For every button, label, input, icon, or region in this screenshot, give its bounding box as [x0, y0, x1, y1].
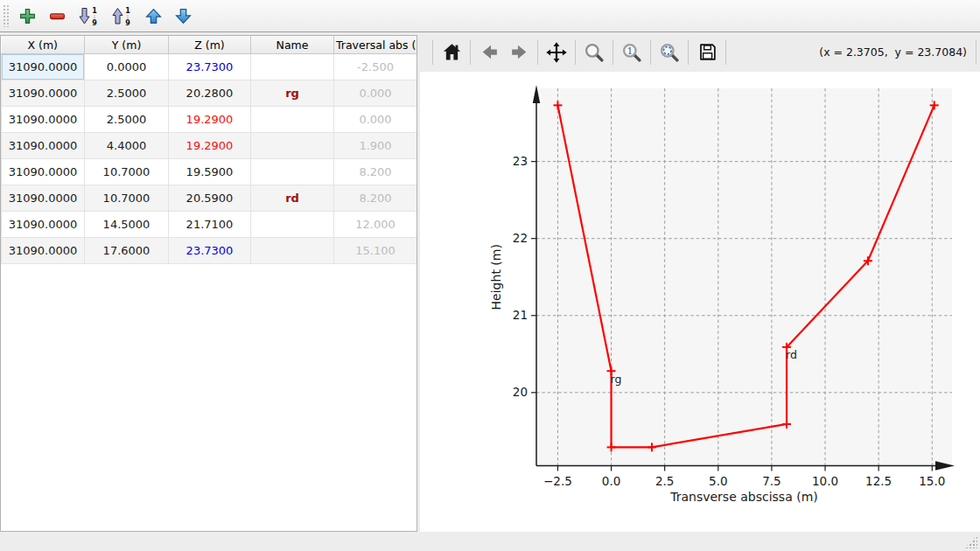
home-icon [441, 41, 463, 63]
table-row: 31090.000014.500021.710012.000 [2, 212, 417, 238]
sort-ascending-button[interactable]: 1 9 [75, 4, 102, 27]
separator [612, 40, 613, 65]
pan-button[interactable] [542, 38, 571, 67]
cell-traversal-abs[interactable]: 0.000 [334, 80, 417, 107]
edit-toolbar: 1 9 1 9 [0, 0, 980, 32]
move-row-down-button[interactable] [172, 4, 194, 27]
svg-text:9: 9 [92, 19, 97, 26]
cell-y[interactable]: 4.4000 [85, 133, 169, 159]
cell-z[interactable]: 23.7300 [169, 54, 251, 80]
cell-x[interactable]: 31090.0000 [2, 107, 85, 133]
table-header-row: X (m) Y (m) Z (m) Name Traversal abs (m) [2, 36, 417, 54]
cell-x[interactable]: 31090.0000 [2, 80, 85, 107]
col-header-y[interactable]: Y (m) [85, 36, 169, 54]
zoom-rect-button[interactable] [579, 38, 609, 67]
back-view-button[interactable] [474, 38, 504, 67]
separator [575, 40, 576, 65]
sort-descending-button[interactable]: 1 9 [108, 4, 135, 27]
cell-y[interactable]: 2.5000 [85, 107, 169, 133]
cell-name[interactable] [251, 54, 334, 80]
cell-traversal-abs[interactable]: -2.500 [334, 54, 417, 80]
x-tick-label: 15.0 [919, 474, 945, 488]
cell-name[interactable] [251, 212, 334, 238]
cell-traversal-abs[interactable]: 1.900 [334, 133, 417, 159]
table-row: 31090.00000.000023.7300-2.500 [2, 54, 417, 80]
cell-x[interactable]: 31090.0000 [2, 238, 85, 264]
plus-icon [18, 7, 37, 25]
cell-name[interactable]: rg [251, 80, 334, 107]
cell-x[interactable]: 31090.0000 [2, 185, 85, 212]
cell-traversal-abs[interactable]: 0.000 [334, 107, 417, 133]
magnifier-one-icon: 1 [620, 41, 643, 64]
x-tick-label: 12.5 [865, 474, 892, 488]
sort-descending-icon: 1 9 [110, 6, 133, 26]
cell-traversal-abs[interactable]: 15.100 [334, 238, 417, 264]
cell-z[interactable]: 20.5900 [169, 185, 251, 212]
cell-name[interactable] [251, 159, 334, 185]
arrow-up-icon [144, 7, 163, 25]
cell-name[interactable] [251, 107, 334, 133]
forward-arrow-icon [508, 41, 530, 63]
cell-name[interactable]: rd [251, 185, 334, 212]
separator [432, 40, 433, 65]
cross-section-plot-canvas[interactable]: −2.50.02.55.07.510.012.515.020212223Tran… [420, 72, 980, 532]
col-header-z[interactable]: Z (m) [169, 36, 251, 54]
x-tick-label: 10.0 [812, 474, 838, 488]
window-resize-grip[interactable] [964, 535, 977, 548]
toolbar-grip[interactable] [3, 4, 9, 27]
y-axis-title: Height (m) [489, 244, 503, 310]
cell-name[interactable] [251, 133, 334, 159]
cell-x[interactable]: 31090.0000 [2, 159, 85, 185]
forward-view-button[interactable] [504, 38, 534, 67]
cell-y[interactable]: 10.7000 [85, 159, 169, 185]
col-header-x[interactable]: X (m) [2, 36, 85, 54]
table-body: 31090.00000.000023.7300-2.50031090.00002… [2, 54, 417, 264]
cell-traversal-abs[interactable]: 8.200 [334, 185, 417, 212]
y-tick-label: 21 [513, 308, 528, 322]
x-axis-title: Transverse abscissa (m) [669, 490, 818, 504]
back-arrow-icon [479, 41, 500, 63]
pan-icon [545, 41, 568, 64]
save-figure-button[interactable] [692, 38, 722, 67]
add-point-button[interactable] [16, 4, 38, 27]
x-tick-label: 7.5 [762, 474, 780, 488]
cell-z[interactable]: 19.2900 [169, 133, 251, 159]
col-header-name[interactable]: Name [251, 36, 334, 54]
remove-point-button[interactable] [46, 4, 68, 27]
home-view-button[interactable] [437, 38, 466, 67]
point-table: X (m) Y (m) Z (m) Name Traversal abs (m)… [1, 36, 417, 264]
cell-y[interactable]: 10.7000 [85, 185, 169, 212]
x-tick-label: −2.5 [543, 474, 572, 488]
sort-ascending-icon: 1 9 [77, 6, 100, 26]
zoom-extents-button[interactable] [654, 38, 684, 67]
plot-toolbar: 1 (x = 2.3705, y = 23.7084) [420, 32, 980, 72]
svg-text:1: 1 [92, 7, 97, 15]
cell-x[interactable]: 31090.0000 [2, 212, 85, 238]
col-header-traversal-abs[interactable]: Traversal abs (m) [334, 36, 417, 54]
cell-traversal-abs[interactable]: 12.000 [334, 212, 417, 238]
cell-y[interactable]: 14.5000 [85, 212, 169, 238]
y-tick-label: 20 [513, 385, 528, 399]
cell-y[interactable]: 0.0000 [85, 54, 169, 80]
cell-x[interactable]: 31090.0000 [2, 133, 85, 159]
zoom-one-to-one-button[interactable]: 1 [617, 38, 647, 67]
table-row: 31090.000017.600023.730015.100 [2, 238, 417, 264]
cell-z[interactable]: 23.7300 [169, 238, 251, 264]
cell-name[interactable] [251, 238, 334, 264]
cell-z[interactable]: 20.2800 [169, 80, 251, 107]
cell-y[interactable]: 17.6000 [85, 238, 169, 264]
cell-z[interactable]: 21.7100 [169, 212, 251, 238]
x-tick-label: 5.0 [709, 474, 727, 488]
save-floppy-icon [696, 41, 718, 63]
separator [537, 40, 538, 65]
cell-z[interactable]: 19.2900 [169, 107, 251, 133]
table-row: 31090.00002.500019.29000.000 [2, 107, 417, 133]
cell-z[interactable]: 19.5900 [169, 159, 251, 185]
move-row-up-button[interactable] [142, 4, 164, 27]
cell-traversal-abs[interactable]: 8.200 [334, 159, 417, 185]
cross-section-chart[interactable]: −2.50.02.55.07.510.012.515.020212223Tran… [420, 72, 980, 532]
x-tick-label: 0.0 [602, 474, 620, 488]
cell-y[interactable]: 2.5000 [85, 80, 169, 107]
cell-x[interactable]: 31090.0000 [2, 54, 85, 80]
arrow-down-icon [174, 7, 192, 25]
